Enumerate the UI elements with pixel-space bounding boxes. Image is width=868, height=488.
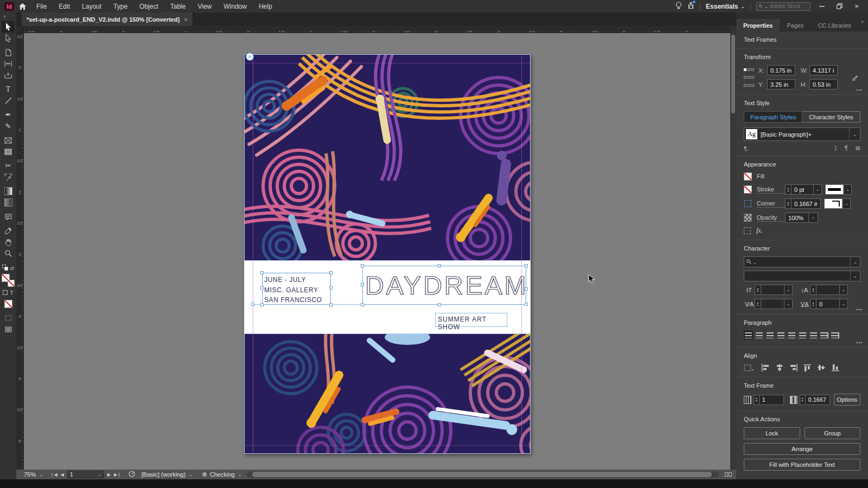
lock-button[interactable]: Lock <box>744 427 800 439</box>
fill-placeholder-button[interactable]: Fill with Placeholder Text <box>744 459 860 471</box>
constrain-proportions-icon[interactable] <box>852 65 860 91</box>
stroke-style-swatch[interactable] <box>825 184 844 195</box>
leading-stepper[interactable]: ▲▼ <box>810 285 816 295</box>
rectangle-tool[interactable] <box>2 146 15 157</box>
expand-panel-icon[interactable]: » <box>0 12 6 21</box>
fx-icon[interactable]: fx. <box>756 227 763 235</box>
selection-handle[interactable] <box>525 264 528 267</box>
default-fill-stroke-icon[interactable] <box>2 265 8 272</box>
scissors-tool[interactable]: ✂ <box>2 160 15 171</box>
stroke-swatch[interactable] <box>744 185 752 194</box>
menu-file[interactable]: File <box>30 0 53 12</box>
horizontal-ruler[interactable]: 1/231/221/211/201/211/221/231/241/251/26… <box>24 26 730 33</box>
object-effects-icon[interactable] <box>744 227 751 234</box>
last-page-button[interactable]: ▶❘ <box>114 472 121 477</box>
stroke-weight-chevron-icon[interactable]: ⌄ <box>814 184 822 195</box>
leading-chevron-icon[interactable]: ⌄ <box>840 285 848 295</box>
columns-field[interactable] <box>759 395 784 405</box>
rectangle-frame-tool[interactable] <box>2 134 15 146</box>
tab-pages[interactable]: Pages <box>780 19 810 31</box>
tracking-stepper[interactable]: ▲▼ <box>810 299 816 309</box>
selection-handle[interactable] <box>329 286 333 290</box>
align-left-edges-button[interactable] <box>761 364 771 372</box>
align-horizontal-centers-button[interactable] <box>775 364 785 372</box>
arrange-button[interactable]: Arrange <box>744 443 860 455</box>
kerning-chevron-icon[interactable]: ⌄ <box>784 299 793 309</box>
text-frame-title[interactable]: DAYDREAM <box>362 266 526 305</box>
y-value-field[interactable] <box>767 79 795 89</box>
view-options-icon[interactable] <box>2 312 15 324</box>
selection-handle[interactable] <box>260 286 264 290</box>
first-page-button[interactable]: ❘◀ <box>50 472 58 477</box>
indesign-logo-icon[interactable]: Id <box>4 2 14 11</box>
preflight-profile[interactable]: [Basic] (working) <box>142 471 186 478</box>
free-transform-tool[interactable] <box>2 171 15 183</box>
selection-handle[interactable] <box>361 283 364 286</box>
formatting-affects-text-icon[interactable]: T <box>10 290 13 296</box>
menu-view[interactable]: View <box>192 0 218 12</box>
opacity-field[interactable] <box>785 213 809 223</box>
vertical-scrollbar[interactable] <box>730 33 736 470</box>
opacity-label[interactable]: Opacity <box>757 214 785 222</box>
inset-stepper[interactable]: ▲▼ <box>800 395 805 405</box>
justify-all-button[interactable] <box>809 331 818 339</box>
stroke-weight-field[interactable] <box>791 184 814 195</box>
share-icon[interactable] <box>687 2 694 11</box>
pencil-tool[interactable]: ✎ <box>2 120 15 132</box>
selection-handle[interactable] <box>525 303 528 306</box>
inset-field[interactable] <box>805 395 830 405</box>
swap-fill-stroke-icon[interactable]: ⇄ <box>10 266 15 271</box>
fill-swatch[interactable] <box>744 172 752 181</box>
menu-layout[interactable]: Layout <box>76 0 107 12</box>
selection-handle[interactable] <box>438 303 441 306</box>
selection-handle[interactable] <box>251 303 254 306</box>
horizontal-scrollbar[interactable] <box>247 471 719 478</box>
page-number-field[interactable]: 1 ⌄ <box>67 471 104 478</box>
chevron-down-icon[interactable]: ⌄ <box>98 472 101 477</box>
vertical-ruler[interactable]: 1/201/211/221/231/241/251/26 <box>16 33 24 470</box>
align-toward-spine-button[interactable] <box>820 331 829 339</box>
next-page-button[interactable]: ▶ <box>107 472 111 477</box>
content-collector-tool[interactable] <box>2 69 15 81</box>
selection-handle[interactable] <box>329 303 333 306</box>
horizontal-scrollbar-thumb[interactable] <box>252 472 712 477</box>
h-value-field[interactable] <box>809 79 838 89</box>
gradient-feather-tool[interactable] <box>2 197 15 208</box>
justify-left-button[interactable] <box>776 331 786 339</box>
tab-properties[interactable]: Properties <box>736 19 780 31</box>
stroke-style-chevron-icon[interactable]: ⌄ <box>844 184 852 195</box>
paragraph-styles-tab[interactable]: Paragraph Styles <box>744 111 802 123</box>
opacity-expand-icon[interactable]: › <box>809 213 818 223</box>
font-size-stepper[interactable]: ▲▼ <box>755 285 761 295</box>
split-view-icon[interactable] <box>725 472 732 477</box>
leading-field[interactable] <box>816 285 840 295</box>
pen-tool[interactable]: ✒ <box>2 109 15 120</box>
text-frame-info[interactable]: JUNE - JULY MISC. GALLERY SAN FRANCISCO <box>262 273 331 305</box>
chevron-down-icon[interactable]: ⌄ <box>849 128 860 140</box>
menu-table[interactable]: Table <box>164 0 192 12</box>
tab-cc-libraries[interactable]: CC Libraries <box>811 19 858 31</box>
cc-link-badge-icon[interactable]: ∞ <box>246 53 254 61</box>
align-vertical-centers-button[interactable] <box>818 364 827 372</box>
close-button[interactable]: × <box>851 2 863 11</box>
previous-page-button[interactable]: ◀ <box>61 472 64 477</box>
align-right-edges-button[interactable] <box>789 364 799 372</box>
align-center-button[interactable] <box>755 331 764 339</box>
kerning-stepper[interactable]: ▲▼ <box>755 299 761 309</box>
zoom-level[interactable]: 75% <box>24 471 36 478</box>
preflight-chevron-icon[interactable]: ⌄ <box>189 472 193 477</box>
corner-size-field[interactable] <box>791 198 821 209</box>
search-scope-chevron-icon[interactable]: ⌄ <box>764 4 768 9</box>
chevron-down-icon[interactable]: ⌄ <box>850 271 860 281</box>
x-value-field[interactable] <box>767 65 795 75</box>
selection-handle[interactable] <box>329 271 333 274</box>
selection-handle[interactable] <box>260 271 264 274</box>
text-frame-subtitle[interactable]: SUMMER ART SHOW <box>435 313 507 327</box>
more-options-icon[interactable]: ••• <box>857 307 863 312</box>
chevron-down-icon[interactable]: ⌄ <box>850 257 860 267</box>
stroke-label[interactable]: Stroke <box>757 186 785 194</box>
align-bottom-edges-button[interactable] <box>832 364 841 372</box>
adobe-stock-search[interactable]: ⌄ <box>756 2 810 11</box>
hand-tool[interactable] <box>2 236 15 248</box>
direct-selection-tool[interactable] <box>2 33 15 44</box>
